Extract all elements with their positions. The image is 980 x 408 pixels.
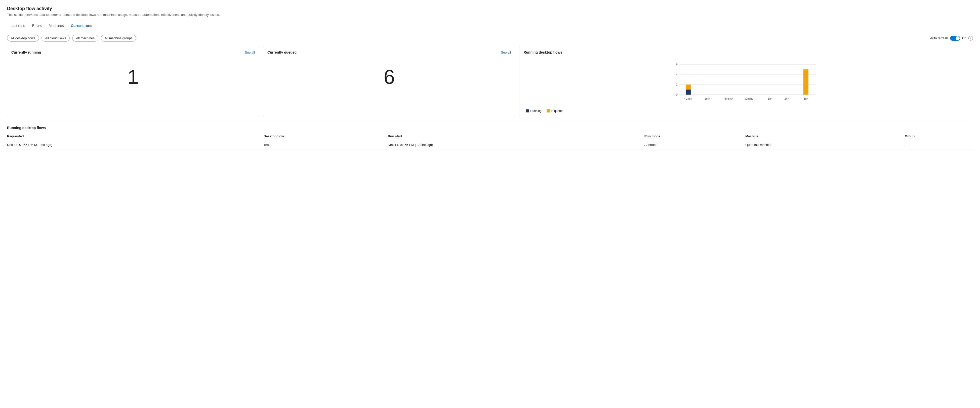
chart-legend: Running In queue (523, 109, 969, 113)
col-desktop-flow: Desktop flow (264, 132, 388, 140)
cell-requested: Dec 14, 01:55 PM (31 sec ago) (7, 140, 264, 150)
table-row: Dec 14, 01:55 PM (31 sec ago)TestDec 14,… (7, 140, 973, 150)
currently-queued-value: 6 (267, 59, 511, 95)
chart-svg-container: 6 4 2 0 <1min 1min+ (523, 62, 969, 107)
running-desktop-flows-title: Running desktop flows (523, 50, 562, 54)
currently-running-card: Currently running See all 1 (7, 46, 259, 117)
filter-all-desktop-flows[interactable]: All desktop flows (7, 35, 39, 41)
svg-text:5mins+: 5mins+ (724, 97, 733, 100)
auto-refresh-status: On (962, 36, 966, 40)
filter-all-cloud-flows[interactable]: All cloud flows (41, 35, 70, 41)
bar-chart-svg: 6 4 2 0 <1min 1min+ (523, 62, 969, 107)
filter-all-machine-groups[interactable]: All machine groups (101, 35, 136, 41)
svg-text:30mins+: 30mins+ (744, 97, 755, 100)
svg-text:2h+: 2h+ (784, 97, 789, 100)
info-icon[interactable]: i (969, 36, 973, 40)
svg-text:1min+: 1min+ (705, 97, 712, 100)
filters-row: All desktop flows All cloud flows All ma… (7, 35, 973, 41)
cards-row: Currently running See all 1 Currently qu… (7, 46, 973, 117)
svg-text:1h+: 1h+ (768, 97, 773, 100)
currently-running-title: Currently running (11, 50, 41, 54)
currently-queued-see-all[interactable]: See all (501, 51, 511, 54)
legend-running-label: Running (530, 109, 542, 113)
col-machine: Machine (745, 132, 905, 140)
svg-text:<1min: <1min (684, 97, 692, 100)
svg-text:0: 0 (676, 93, 678, 96)
auto-refresh-label: Auto refresh (930, 36, 948, 40)
page-subtitle: This section provides data to better und… (7, 13, 973, 17)
bar-running-1min (686, 89, 691, 95)
cell-machine: Quentin's machine (745, 140, 905, 150)
page-title: Desktop flow activity (7, 6, 973, 11)
tab-last-runs[interactable]: Last runs (7, 22, 29, 30)
tab-errors[interactable]: Errors (29, 22, 45, 30)
cell-runMode: Attended (644, 140, 746, 150)
svg-text:3h+: 3h+ (804, 97, 808, 100)
chart-area: 6 4 2 0 <1min 1min+ (523, 59, 969, 113)
currently-running-see-all[interactable]: See all (245, 51, 255, 54)
table-section-title: Running desktop flows (7, 122, 973, 132)
legend-in-queue-dot (547, 109, 550, 112)
bar-inqueue-1min (686, 84, 691, 89)
currently-queued-header: Currently queued See all (267, 50, 511, 54)
col-run-mode: Run mode (644, 132, 746, 140)
bar-inqueue-3h (803, 69, 808, 95)
tab-machines[interactable]: Machines (45, 22, 67, 30)
running-flows-table: Requested Desktop flow Run start Run mod… (7, 132, 973, 150)
filter-all-machines[interactable]: All machines (72, 35, 99, 41)
auto-refresh-area: Auto refresh On i (930, 36, 973, 41)
svg-text:2: 2 (676, 83, 678, 86)
currently-running-value: 1 (11, 59, 255, 95)
legend-running: Running (526, 109, 542, 113)
cell-group: — (905, 140, 973, 150)
tabs-row: Last runs Errors Machines Current runs (7, 22, 973, 30)
col-requested: Requested (7, 132, 264, 140)
cell-desktopFlow: Test (264, 140, 388, 150)
legend-in-queue-label: In queue (551, 109, 563, 113)
currently-queued-title: Currently queued (267, 50, 297, 54)
col-run-start: Run start (388, 132, 644, 140)
col-group: Group (905, 132, 973, 140)
cell-runStart: Dec 14, 01:55 PM (12 sec ago) (388, 140, 644, 150)
legend-in-queue: In queue (547, 109, 563, 113)
running-desktop-flows-card: Running desktop flows 6 4 2 0 (519, 46, 973, 117)
tab-current-runs[interactable]: Current runs (67, 22, 96, 30)
running-desktop-flows-header: Running desktop flows (523, 50, 969, 54)
auto-refresh-toggle[interactable] (950, 36, 960, 41)
table-header-row: Requested Desktop flow Run start Run mod… (7, 132, 973, 140)
page-container: Desktop flow activity This section provi… (0, 0, 980, 408)
svg-text:6: 6 (676, 63, 678, 66)
legend-running-dot (526, 109, 529, 112)
currently-running-header: Currently running See all (11, 50, 255, 54)
currently-queued-card: Currently queued See all 6 (263, 46, 515, 117)
svg-text:4: 4 (676, 73, 678, 76)
